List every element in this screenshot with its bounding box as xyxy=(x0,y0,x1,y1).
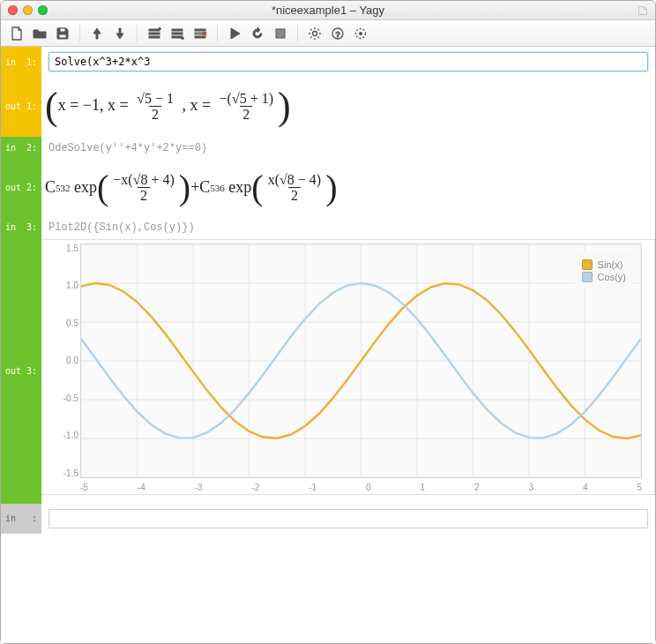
move-down-button[interactable] xyxy=(109,23,130,44)
new-file-button[interactable] xyxy=(6,23,27,44)
app-window: *niceexample1 – Yagy xyxy=(0,0,656,644)
svg-point-12 xyxy=(313,31,317,35)
cell-out-1: out 1: ( x = −1, x = √5 − 12 , x = −(√5 … xyxy=(1,77,655,137)
x-axis-ticks: -5-4-3-2-1012345 xyxy=(80,483,642,492)
legend-swatch-icon xyxy=(582,259,593,270)
plot-area xyxy=(80,243,642,478)
notebook-content: in 1: out 1: ( x = −1, x = √5 − 12 , x =… xyxy=(1,47,655,643)
svg-rect-1 xyxy=(59,34,66,38)
insert-below-button[interactable] xyxy=(167,23,188,44)
cell-label: in 2: xyxy=(1,137,41,160)
proxy-icon xyxy=(637,5,648,16)
cell-in-2: in 2: OdeSolve(y''+4*y'+2*y==0) xyxy=(1,137,655,160)
svg-rect-0 xyxy=(60,28,65,32)
settings-button[interactable] xyxy=(304,23,325,44)
toolbar-separator xyxy=(137,25,138,42)
svg-point-16 xyxy=(360,32,362,34)
cell-label: out 1: xyxy=(1,77,41,137)
cell-label: in : xyxy=(1,504,41,534)
math-output-1: ( x = −1, x = √5 − 12 , x = −(√5 + 1)2 ) xyxy=(41,77,655,137)
cell-in-3: in 3: Plot2D({Sin(x),Cos(y)}) xyxy=(1,216,655,239)
cell-code-2[interactable]: OdeSolve(y''+4*y'+2*y==0) xyxy=(41,137,655,160)
cell-out-3: out 3: 1.51.00.50.0-0.5-1.0-1.5 -5-4-3-2… xyxy=(1,239,655,504)
plot-svg xyxy=(81,244,641,477)
cell-label: out 3: xyxy=(1,239,41,504)
legend-label: Cos(y) xyxy=(598,272,626,282)
reload-button[interactable] xyxy=(247,23,268,44)
toolbar-separator xyxy=(297,25,298,42)
y-axis-ticks: 1.51.00.50.0-0.5-1.0-1.5 xyxy=(52,243,78,478)
svg-rect-8 xyxy=(195,29,205,31)
legend-item-cos: Cos(y) xyxy=(582,272,626,282)
delete-cell-button[interactable] xyxy=(190,23,211,44)
toolbar-separator xyxy=(79,25,80,42)
cell-label: in 1: xyxy=(1,47,41,77)
svg-rect-11 xyxy=(276,29,285,38)
cell-in-blank: in : xyxy=(1,504,655,534)
titlebar: *niceexample1 – Yagy xyxy=(1,1,655,20)
target-button[interactable] xyxy=(350,23,371,44)
svg-rect-4 xyxy=(149,36,160,38)
svg-text:?: ? xyxy=(335,29,339,38)
stop-button[interactable] xyxy=(270,23,291,44)
svg-rect-3 xyxy=(149,33,160,34)
cell-label: in 3: xyxy=(1,216,41,239)
move-up-button[interactable] xyxy=(86,23,108,44)
legend-item-sin: Sin(x) xyxy=(582,259,626,270)
cell-code-3[interactable]: Plot2D({Sin(x),Cos(y)}) xyxy=(41,216,655,239)
cell-input-1[interactable] xyxy=(48,52,648,71)
cell-out-2: out 2: C532 exp ( −x(√8 + 4)2 ) + C536 e… xyxy=(1,160,655,216)
plot-output: 1.51.00.50.0-0.5-1.0-1.5 -5-4-3-2-101234… xyxy=(41,239,655,495)
svg-rect-5 xyxy=(172,29,183,31)
cell-input-blank[interactable] xyxy=(48,509,648,528)
plot-legend: Sin(x) Cos(y) xyxy=(575,252,633,289)
svg-rect-10 xyxy=(195,36,205,38)
save-file-button[interactable] xyxy=(52,23,73,44)
svg-rect-6 xyxy=(172,33,183,34)
cell-label: out 2: xyxy=(1,160,41,216)
math-output-2: C532 exp ( −x(√8 + 4)2 ) + C536 exp ( x(… xyxy=(41,160,655,216)
toolbar-separator xyxy=(217,25,218,42)
legend-swatch-icon xyxy=(582,272,593,282)
open-file-button[interactable] xyxy=(29,23,50,44)
cell-in-1: in 1: xyxy=(1,47,655,77)
run-button[interactable] xyxy=(224,23,245,44)
help-button[interactable]: ? xyxy=(327,23,348,44)
insert-above-button[interactable] xyxy=(144,23,165,44)
legend-label: Sin(x) xyxy=(598,259,623,270)
toolbar: ? xyxy=(1,20,655,47)
window-title: *niceexample1 – Yagy xyxy=(1,4,655,17)
